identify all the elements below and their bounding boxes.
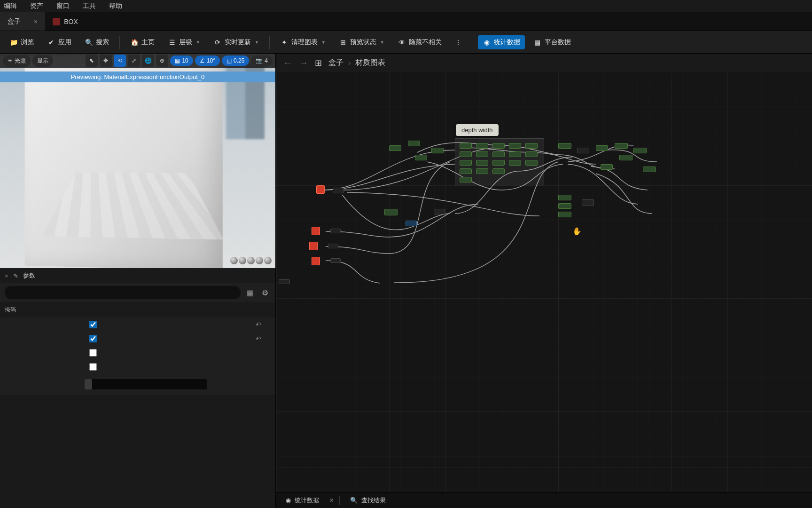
undo-icon[interactable]: ↶ xyxy=(256,321,261,328)
graph-node[interactable] xyxy=(633,148,647,153)
checkbox-2[interactable] xyxy=(89,335,97,342)
world-local-toggle[interactable]: 🌐 xyxy=(142,55,154,67)
graph-node[interactable] xyxy=(492,151,505,157)
graph-node[interactable] xyxy=(476,160,488,166)
graph-node[interactable] xyxy=(615,143,628,149)
graph-node[interactable] xyxy=(434,209,445,214)
graph-node[interactable] xyxy=(492,168,505,174)
graph-node[interactable] xyxy=(643,167,656,172)
checkbox-1[interactable] xyxy=(89,321,97,328)
graph-node[interactable] xyxy=(509,151,521,157)
tab-box-en[interactable]: BOX xyxy=(45,12,86,31)
breadcrumb-current[interactable]: 材质图表 xyxy=(355,58,385,68)
apply-button[interactable]: ✔ 应用 xyxy=(42,35,76,49)
graph-node[interactable] xyxy=(312,257,320,265)
graph-node[interactable] xyxy=(408,141,420,146)
hierarchy-dropdown[interactable]: ☰ 层级 ▼ xyxy=(163,35,205,49)
menu-asset[interactable]: 资产 xyxy=(30,2,43,10)
select-tool[interactable]: ⬉ xyxy=(86,55,98,67)
scale-snap[interactable]: ◱ 0.25 xyxy=(222,56,249,66)
browse-button[interactable]: 📁 浏览 xyxy=(5,35,39,49)
shape-sphere[interactable] xyxy=(239,257,246,264)
search-results-tab[interactable]: 🔍 查找结果 xyxy=(345,494,390,507)
graph-node[interactable] xyxy=(492,160,505,166)
shape-custom[interactable] xyxy=(264,257,272,264)
graph-node[interactable] xyxy=(509,160,521,166)
scale-tool[interactable]: ⤢ xyxy=(128,55,140,67)
graph-node[interactable] xyxy=(431,148,444,153)
close-icon[interactable]: × xyxy=(5,272,8,279)
menu-window[interactable]: 窗口 xyxy=(56,2,70,10)
camera-speed[interactable]: 📷 4 xyxy=(251,56,273,66)
graph-node[interactable] xyxy=(558,143,571,149)
preview-state-dropdown[interactable]: ⊞ 预览状态 ▼ xyxy=(334,35,389,49)
shape-plane[interactable] xyxy=(247,257,255,264)
graph-node[interactable] xyxy=(309,242,318,250)
view-grid-icon[interactable]: ▦ xyxy=(244,287,256,298)
graph-node[interactable] xyxy=(476,151,488,157)
graph-node[interactable] xyxy=(476,168,488,174)
clean-graph-dropdown[interactable]: ✦ 清理图表 ▼ xyxy=(275,35,330,49)
hide-unrelated-button[interactable]: 👁 隐藏不相关 xyxy=(393,35,446,49)
graph-node[interactable] xyxy=(558,195,571,200)
graph-node[interactable] xyxy=(460,160,472,166)
stats-tab[interactable]: ◉ 统计数据 xyxy=(281,494,324,507)
graph-node[interactable] xyxy=(525,143,538,149)
params-search-input[interactable] xyxy=(5,286,241,299)
angle-snap[interactable]: ∠ 10° xyxy=(195,56,220,66)
graph-node[interactable] xyxy=(328,244,338,248)
checkbox-4[interactable] xyxy=(89,363,97,371)
home-button[interactable]: 🏠 主页 xyxy=(125,35,159,49)
nav-forward-icon[interactable]: → xyxy=(299,57,308,68)
graph-node[interactable] xyxy=(558,203,571,209)
value-slider[interactable] xyxy=(85,379,207,389)
grid-snap[interactable]: ▦ 10 xyxy=(170,56,193,66)
graph-node[interactable] xyxy=(316,185,325,194)
platform-data-button[interactable]: ▤ 平台数据 xyxy=(529,35,576,49)
graph-node[interactable] xyxy=(601,164,613,170)
display-button[interactable]: 显示 xyxy=(32,55,53,67)
graph-node[interactable] xyxy=(415,155,427,160)
graph-node[interactable] xyxy=(330,229,341,233)
graph-node[interactable] xyxy=(492,143,505,149)
close-icon[interactable]: × xyxy=(329,496,334,505)
preview-viewport[interactable]: ☀ 光照 显示 ⬉ ✥ ⟲ ⤢ 🌐 ⊕ ▦ 10 ∠ 10° xyxy=(0,54,275,268)
graph-node[interactable] xyxy=(596,145,608,151)
checkbox-3[interactable] xyxy=(89,349,97,357)
graph-node[interactable] xyxy=(460,151,472,157)
lighting-mode-button[interactable]: ☀ 光照 xyxy=(3,55,31,67)
search-button[interactable]: 🔍 搜索 xyxy=(80,35,114,49)
graph-node[interactable] xyxy=(460,168,472,174)
graph-node[interactable] xyxy=(525,151,538,157)
graph-node[interactable] xyxy=(389,145,401,151)
material-graph-canvas[interactable]: depth width ✋ xyxy=(276,72,812,492)
shape-cube[interactable] xyxy=(256,257,263,264)
graph-node[interactable] xyxy=(577,148,589,153)
breadcrumb-root[interactable]: 盒子 xyxy=(328,58,344,68)
graph-node[interactable] xyxy=(312,227,320,235)
move-tool[interactable]: ✥ xyxy=(100,55,112,67)
rotate-tool[interactable]: ⟲ xyxy=(114,55,126,67)
tab-box-cn[interactable]: 盒子 × xyxy=(0,12,45,31)
live-update-dropdown[interactable]: ⟳ 实时更新 ▼ xyxy=(209,35,264,49)
section-mask[interactable]: 掩码 xyxy=(0,302,275,318)
graph-node[interactable] xyxy=(582,199,594,206)
graph-node[interactable] xyxy=(279,279,290,284)
nav-back-icon[interactable]: ← xyxy=(283,57,292,68)
graph-node[interactable] xyxy=(406,221,417,226)
close-icon[interactable]: × xyxy=(34,18,38,25)
menu-edit[interactable]: 编辑 xyxy=(4,2,17,10)
graph-node[interactable] xyxy=(558,212,571,217)
graph-node[interactable] xyxy=(476,143,488,149)
shape-cylinder[interactable] xyxy=(230,257,238,264)
undo-icon[interactable]: ↶ xyxy=(256,335,261,342)
surface-snap[interactable]: ⊕ xyxy=(156,55,168,67)
menu-help[interactable]: 帮助 xyxy=(109,2,122,10)
graph-node[interactable] xyxy=(460,177,472,183)
menu-tools[interactable]: 工具 xyxy=(83,2,96,10)
gear-icon[interactable]: ⚙ xyxy=(259,287,271,298)
graph-node[interactable] xyxy=(384,209,398,215)
stats-button[interactable]: ◉ 统计数据 xyxy=(478,35,525,49)
graph-node[interactable] xyxy=(525,160,538,166)
graph-node[interactable] xyxy=(619,155,632,160)
